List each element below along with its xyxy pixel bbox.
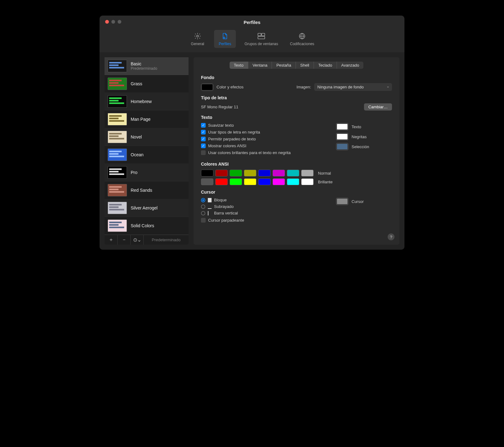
ansi-row-label: Brillante — [318, 180, 333, 184]
profile-settings-panel: TextoVentanaPestañaShellTecladoAvanzado … — [194, 57, 399, 245]
checkbox[interactable]: ✓ — [201, 144, 206, 148]
ansi-color-swatch[interactable] — [287, 178, 299, 185]
text-checks: ✓ Suavizar texto✓ Usar tipos de letra en… — [201, 123, 324, 157]
image-label: Imagen: — [296, 85, 311, 89]
checkbox[interactable]: ✓ — [201, 130, 206, 134]
radio-button[interactable] — [201, 198, 205, 202]
cursor-color-well[interactable] — [336, 198, 348, 205]
profile-row-man-page[interactable]: Man Page — [105, 111, 189, 128]
ansi-color-swatch[interactable] — [201, 170, 213, 176]
minimize-button[interactable] — [111, 20, 115, 24]
window-title: Perfiles — [244, 20, 260, 25]
profile-row-solid-colors[interactable]: Solid Colors — [105, 217, 189, 235]
profile-row-basic[interactable]: Basic Predeterminado — [105, 57, 189, 75]
ansi-color-swatch[interactable] — [201, 178, 213, 185]
profile-actions-menu[interactable]: ⊙⌄ — [131, 235, 144, 245]
ansi-bright-row: Brillante — [201, 178, 392, 185]
section-ansi-title: Colores ANSI — [201, 162, 392, 167]
checkbox[interactable]: ✓ — [201, 123, 206, 128]
ansi-color-swatch[interactable] — [287, 170, 299, 176]
ansi-color-swatch[interactable] — [273, 178, 285, 185]
profile-thumb — [108, 60, 127, 72]
ansi-color-swatch[interactable] — [258, 178, 271, 185]
globe-icon — [298, 32, 306, 40]
checkbox[interactable] — [201, 150, 206, 155]
cursor-radio-row: Bloque — [201, 198, 324, 202]
tab-teclado[interactable]: Teclado — [314, 62, 337, 69]
sidebar-footer: ＋ － ⊙⌄ Predeterminado — [105, 235, 189, 245]
help-button[interactable]: ? — [388, 233, 394, 240]
text-color-well[interactable] — [336, 133, 348, 140]
color-well-label: Texto — [352, 125, 361, 129]
profile-name: Solid Colors — [131, 223, 154, 228]
profile-row-red-sands[interactable]: Red Sands — [105, 181, 189, 199]
profile-row-novel[interactable]: Novel — [105, 128, 189, 146]
checkbox-row: ✓ Usar tipos de letra en negrita — [201, 130, 324, 134]
profile-name: Pro — [131, 170, 138, 175]
profile-name: Red Sands — [131, 188, 152, 193]
profile-subtitle: Predeterminado — [131, 66, 157, 71]
profile-thumb — [108, 202, 127, 214]
toolbar-item-codificaciones[interactable]: Codificaciones — [287, 30, 317, 48]
ansi-color-swatch[interactable] — [230, 170, 242, 176]
profile-row-silver-aerogel[interactable]: Silver Aerogel — [105, 199, 189, 217]
text-color-well[interactable] — [336, 143, 348, 150]
set-default-button[interactable]: Predeterminado — [144, 235, 189, 245]
radio-button[interactable] — [201, 211, 205, 215]
svg-point-0 — [197, 35, 198, 37]
close-button[interactable] — [105, 20, 109, 24]
ansi-color-swatch[interactable] — [258, 170, 271, 176]
toolbar-item-grupos[interactable]: Grupos de ventanas — [241, 30, 281, 48]
cursor-options: Bloque Subrayado Barra vertical Cursor p… — [201, 198, 324, 225]
text-color-well[interactable] — [336, 123, 348, 130]
checkbox[interactable]: ✓ — [201, 137, 206, 141]
profile-thumb — [108, 219, 127, 232]
section-text-title: Texto — [201, 115, 392, 120]
tab-texto[interactable]: Texto — [230, 62, 248, 69]
checkbox-label: Cursor parpadeante — [208, 218, 244, 223]
add-profile-button[interactable]: ＋ — [105, 235, 118, 245]
tab-shell[interactable]: Shell — [296, 62, 314, 69]
maximize-button[interactable] — [118, 20, 121, 24]
ansi-color-swatch[interactable] — [273, 170, 285, 176]
content-area: Basic Predeterminado Grass Homebrew Man — [100, 52, 404, 250]
radio-button[interactable] — [201, 205, 205, 209]
ansi-color-swatch[interactable] — [230, 178, 242, 185]
toolbar-item-perfiles[interactable]: Perfiles — [214, 30, 236, 48]
profile-list[interactable]: Basic Predeterminado Grass Homebrew Man — [105, 57, 189, 235]
remove-profile-button[interactable]: － — [118, 235, 131, 245]
ansi-color-swatch[interactable] — [215, 178, 228, 185]
toolbar-item-general[interactable]: General — [187, 30, 208, 48]
profile-name: Grass — [131, 81, 142, 86]
profile-row-ocean[interactable]: Ocean — [105, 146, 189, 164]
section-font-title: Tipo de letra — [201, 95, 392, 100]
profile-row-pro[interactable]: Pro — [105, 164, 189, 181]
ansi-color-swatch[interactable] — [215, 170, 228, 176]
profile-thumb — [108, 166, 127, 179]
tab-avanzado[interactable]: Avanzado — [337, 62, 364, 69]
ansi-color-swatch[interactable] — [301, 170, 314, 176]
change-font-button[interactable]: Cambiar… — [364, 103, 392, 111]
current-font-label: SF Mono Regular 11 — [201, 105, 238, 109]
background-color-well[interactable] — [201, 83, 213, 91]
checkbox-label: Usar colores brillantes para el texto en… — [208, 150, 291, 155]
cursor-radio-row: Subrayado — [201, 204, 324, 209]
checkbox-label: Mostrar colores ANSI — [208, 144, 246, 148]
profile-row-grass[interactable]: Grass — [105, 75, 189, 93]
section-background-title: Fondo — [201, 75, 392, 80]
cursor-well-label: Cursor — [352, 199, 364, 204]
svg-point-1 — [224, 37, 225, 38]
tab-pestaña[interactable]: Pestaña — [272, 62, 296, 69]
profile-row-homebrew[interactable]: Homebrew — [105, 93, 189, 111]
svg-rect-3 — [262, 33, 265, 36]
ansi-color-swatch[interactable] — [301, 178, 314, 185]
settings-tabs: TextoVentanaPestañaShellTecladoAvanzado — [201, 62, 392, 69]
background-image-select[interactable]: Ninguna imagen de fondo — [314, 83, 392, 91]
profile-name: Basic — [131, 61, 157, 66]
ansi-color-swatch[interactable] — [244, 178, 256, 185]
checkbox-row: ✓ Mostrar colores ANSI — [201, 144, 324, 148]
ansi-color-swatch[interactable] — [244, 170, 256, 176]
checkbox[interactable] — [201, 218, 206, 223]
tab-ventana[interactable]: Ventana — [248, 62, 272, 69]
profile-thumb — [108, 184, 127, 196]
